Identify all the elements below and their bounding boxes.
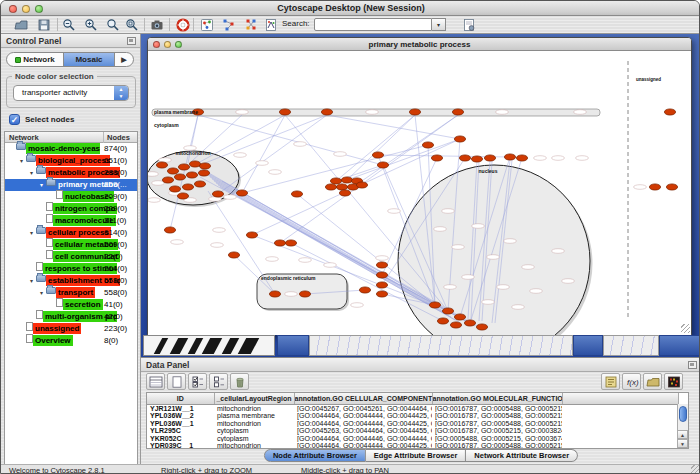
zoom-in-icon[interactable] [81, 17, 102, 33]
network-label-node[interactable] [324, 263, 337, 268]
tree-col-nodes[interactable]: Nodes [103, 132, 137, 143]
tree-row[interactable]: ▾biological_process651(0) [5, 155, 137, 167]
save-icon[interactable] [34, 17, 55, 33]
tree-row[interactable]: multi-organism pro42(0) [5, 311, 137, 323]
network-label-node[interactable] [269, 170, 282, 175]
zoom-fit-icon[interactable] [103, 17, 124, 33]
network-node[interactable] [336, 184, 347, 190]
network-overview-icon[interactable] [197, 17, 218, 33]
network-label-node[interactable] [211, 243, 224, 248]
tree-row[interactable]: secretion41(0) [5, 299, 137, 311]
tab-network-attribute-browser[interactable]: Network Attribute Browser [466, 449, 578, 462]
network-label-node[interactable] [159, 158, 172, 163]
select-nodes-checkbox[interactable]: ✓ [9, 114, 20, 125]
layout-spring-icon[interactable] [219, 17, 240, 33]
network-canvas[interactable]: plasma membranecytoplasmmitochondrionnuc… [148, 51, 691, 335]
network-node[interactable] [199, 163, 210, 169]
network-node[interactable] [177, 193, 188, 199]
network-node[interactable] [464, 320, 475, 326]
network-node[interactable] [664, 109, 675, 115]
network-node[interactable] [169, 186, 180, 192]
network-label-node[interactable] [530, 289, 543, 294]
tree-row-label[interactable]: cellular process [46, 227, 111, 238]
network-label-node[interactable] [236, 110, 249, 115]
network-minimize-button[interactable] [164, 41, 171, 48]
network-label-node[interactable] [444, 285, 457, 290]
network-node[interactable] [330, 178, 341, 184]
network-label-node[interactable] [294, 142, 307, 147]
network-label-node[interactable] [234, 153, 247, 158]
tree-row[interactable]: ▾transport558(0) [5, 287, 137, 299]
tree-row[interactable]: nucleobase-209(0) [5, 191, 137, 203]
table-cell[interactable]: [GO:0005488, GO:0005215, GO:0003674] [432, 435, 562, 443]
attribute-matrix-icon[interactable] [664, 373, 683, 390]
tree-row-label[interactable]: secretion [63, 299, 103, 310]
network-node[interactable] [429, 302, 440, 308]
network-label-node[interactable] [213, 228, 226, 233]
tree-row[interactable]: nitrogen compo209(0) [5, 203, 137, 215]
search-config-icon[interactable] [459, 17, 480, 33]
network-label-node[interactable] [171, 240, 184, 245]
network-node[interactable] [409, 109, 420, 115]
table-cell[interactable]: mitochondrion [214, 420, 294, 428]
network-node[interactable] [194, 181, 205, 187]
table-cell[interactable]: YPL036W__2 [147, 412, 214, 420]
network-node[interactable] [376, 282, 387, 288]
tree-row[interactable]: Overview8(0) [5, 335, 137, 347]
network-node[interactable] [339, 190, 350, 196]
tree-row-label[interactable]: transport [56, 287, 95, 298]
network-label-node[interactable] [522, 265, 535, 270]
network-node[interactable] [666, 184, 677, 190]
network-node[interactable] [454, 314, 465, 320]
network-node[interactable] [285, 240, 296, 246]
network-node[interactable] [162, 177, 173, 183]
network-node[interactable] [164, 227, 175, 233]
scroll-up-arrow[interactable]: ▲ [677, 430, 688, 439]
attribute-table-icon[interactable] [146, 373, 165, 390]
network-node[interactable] [450, 322, 461, 328]
expand-triangle-icon[interactable]: ▾ [37, 179, 46, 191]
table-row[interactable]: YPL036W__2plasma membrane[GO:0044464, GO… [147, 412, 678, 420]
network-label-node[interactable] [487, 255, 500, 260]
network-node[interactable] [484, 155, 495, 161]
network-label-node[interactable] [148, 198, 161, 203]
expand-triangle-icon[interactable]: ▾ [27, 275, 36, 287]
network-node[interactable] [356, 182, 367, 188]
network-label-node[interactable] [574, 110, 587, 115]
network-label-node[interactable] [266, 257, 279, 262]
tree-row[interactable]: ▾primary metabo209(... [5, 179, 137, 191]
expand-triangle-icon[interactable]: ▾ [37, 287, 46, 299]
network-label-node[interactable] [562, 279, 575, 284]
network-label-node[interactable] [482, 300, 495, 305]
table-cell[interactable]: [GO:0045267, GO:0045261, GO:0044464, G..… [294, 404, 432, 412]
table-row[interactable]: YKR052Ccytoplasm[GO:0044464, GO:0044446,… [147, 435, 678, 443]
expand-triangle-icon[interactable]: ▾ [27, 167, 36, 179]
layout-attribute-icon[interactable] [241, 17, 262, 33]
table-column-header[interactable]: _cellularLayoutRegion [214, 393, 294, 404]
network-node[interactable] [228, 252, 239, 258]
tree-row-label[interactable]: mosaic-demo-yeast [26, 143, 100, 154]
table-cell[interactable]: YLR295C [147, 427, 214, 435]
network-node[interactable] [269, 291, 280, 297]
network-node[interactable] [167, 168, 178, 174]
zoom-selected-icon[interactable] [122, 17, 143, 33]
network-node[interactable] [504, 154, 515, 160]
tree-row-label[interactable]: Overview [33, 335, 73, 346]
network-label-node[interactable] [497, 285, 510, 290]
network-label-node[interactable] [148, 172, 159, 177]
network-node[interactable] [174, 174, 185, 180]
network-label-node[interactable] [366, 110, 379, 115]
help-ring-icon[interactable] [173, 17, 194, 33]
tree-row[interactable]: unassigned223(0) [5, 323, 137, 335]
table-cell[interactable]: [GO:0044464, GO:0044444, GO:0044425, G..… [294, 412, 432, 420]
network-node[interactable] [471, 156, 482, 162]
network-label-node[interactable] [552, 249, 565, 254]
network-label-node[interactable] [472, 224, 485, 229]
table-column-header[interactable]: annotation.GO CELLULAR_COMPONENT [294, 393, 432, 404]
network-label-node[interactable] [209, 197, 222, 202]
network-node[interactable] [437, 318, 448, 324]
zoom-window-button[interactable] [35, 5, 43, 13]
tree-row[interactable]: ▾establishment of lo558(0) [5, 275, 137, 287]
network-close-button[interactable] [153, 41, 160, 48]
search-dropdown-arrow[interactable]: ▾ [432, 18, 446, 31]
